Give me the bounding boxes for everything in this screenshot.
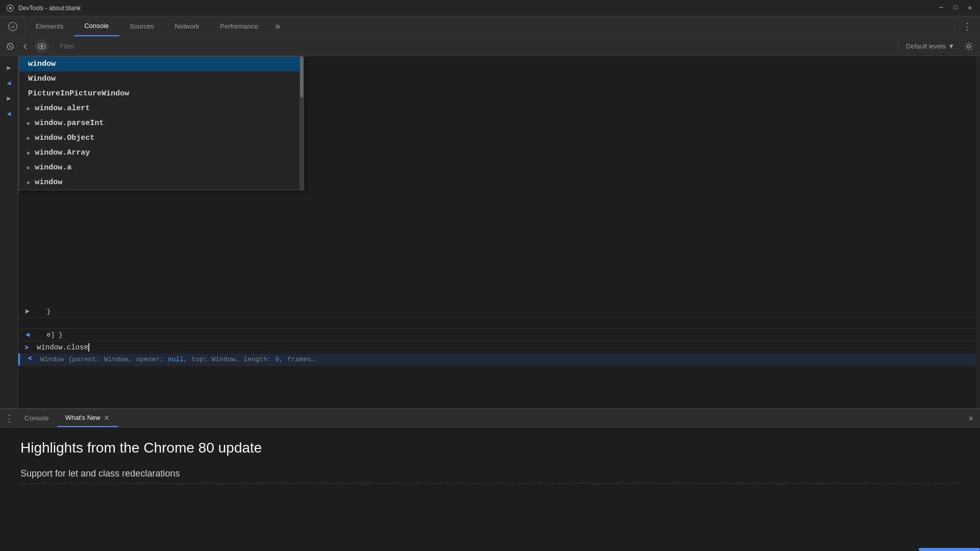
tab-whats-new[interactable]: What's New ✕ [57,409,118,427]
more-tabs-button[interactable]: » [269,16,287,36]
console-line-3-content: e] } [37,330,972,340]
console-line-1-content: } [37,307,972,316]
arrow-7: ▶ [27,165,34,171]
log-levels-dropdown[interactable]: Default levels ▼ [902,42,959,50]
bottom-panel: ⋮ Console What's New ✕ ✕ Highlights from… [0,408,980,551]
console-line-3: ◀ e] } [18,329,976,341]
null-value: null [168,356,184,363]
tab-console[interactable]: Console [74,16,119,36]
output-line: Window {parent: Window, opener: null, to… [18,354,976,366]
tab-close-button[interactable]: ✕ [104,414,110,422]
console-toolbar: Default levels ▼ [0,37,980,56]
input-prompt [18,344,37,351]
autocomplete-item-5[interactable]: ▶ window.Object [19,131,304,145]
gutter-arrow-right: ▶ [18,307,37,315]
whats-new-section: Support for let and class redeclarations [20,468,960,484]
window-title: DevTools - about:blank [18,5,81,12]
maximize-button[interactable]: □ [951,4,960,12]
autocomplete-item-6[interactable]: ▶ window.Array [19,145,304,160]
output-text-2: , top: Window, length: [184,356,275,363]
console-output: window Window PictureInPictureWindow ▶ w… [18,56,976,408]
tab-console-bottom[interactable]: Console [16,409,57,427]
svg-point-6 [41,45,43,47]
autocomplete-item-8[interactable]: ▶ window [19,175,304,190]
tab-elements[interactable]: Elements [26,16,74,36]
main-scrollbar[interactable] [976,56,980,408]
autocomplete-item-2[interactable]: PictureInPictureWindow [19,86,304,101]
gutter-arrow-left: ◀ [18,330,37,339]
autocomplete-dropdown[interactable]: window Window PictureInPictureWindow ▶ w… [18,56,304,190]
close-window-button[interactable]: ✕ [966,4,974,12]
output-text-3: , frames… [279,356,315,363]
whats-new-content: Highlights from the Chrome 80 update Sup… [0,428,980,551]
settings-button[interactable]: ⋮ [954,21,980,32]
output-text: Window {parent: Window, opener: [40,356,168,363]
autocomplete-scrollbar[interactable] [300,57,304,190]
arrow-6: ▶ [27,150,34,156]
bottom-tab-menu-button[interactable]: ⋮ [2,411,16,425]
nav-arrow-left-2[interactable]: ◀ [3,107,16,120]
arrow-5: ▶ [27,135,34,141]
console-input-line[interactable]: window.close [18,341,976,354]
nav-arrow-right-mid[interactable]: ▶ [3,92,16,105]
close-bottom-panel-button[interactable]: ✕ [964,411,978,425]
tab-sources[interactable]: Sources [119,16,165,36]
svg-point-7 [967,45,970,48]
arrow-4: ▶ [27,120,34,127]
svg-line-4 [9,45,12,48]
autocomplete-item-1[interactable]: Window [19,71,304,86]
minimize-button[interactable]: ─ [937,4,945,12]
svg-point-1 [9,7,12,9]
console-line-2-content [37,319,972,321]
arrow-3: ▶ [27,106,34,112]
autocomplete-scroll-thumb [300,57,303,97]
cursor [88,343,89,352]
tab-network[interactable]: Network [165,16,210,36]
arrow-8: ▶ [27,180,34,186]
dropdown-icon: ▼ [948,42,954,50]
nav-arrow-left-1[interactable]: ◀ [3,77,16,90]
console-nav-left[interactable] [19,40,32,53]
console-settings-button[interactable] [962,39,976,54]
main-area: ▶ ◀ ▶ ◀ window Window PictureInPictureWi… [0,56,980,408]
bottom-scroll-indicator [919,548,980,551]
filter-input[interactable] [56,42,895,50]
left-nav: ▶ ◀ ▶ ◀ [0,56,18,408]
devtools-header: Elements Console Sources Network Perform… [0,16,980,37]
autocomplete-item-4[interactable]: ▶ window.parseInt [19,116,304,131]
devtools-tabs: Elements Console Sources Network Perform… [26,16,954,36]
nav-arrow-right-top[interactable]: ▶ [3,61,16,74]
default-levels-label: Default levels [906,42,946,50]
whats-new-title: Highlights from the Chrome 80 update [20,440,960,456]
svg-point-2 [8,22,17,31]
output-gutter [20,355,38,362]
toolbar-divider [52,40,53,53]
autocomplete-item-7[interactable]: ▶ window.a [19,160,304,175]
show-live-expressions-button[interactable] [35,39,49,54]
console-line-1: ▶ } [18,306,976,318]
toolbar-divider-2 [898,40,899,53]
console-line-2 [18,318,976,329]
devtools-icon [6,4,14,12]
autocomplete-item-3[interactable]: ▶ window.alert [19,101,304,116]
bottom-tabs-bar: ⋮ Console What's New ✕ ✕ [0,409,980,428]
clear-console-button[interactable] [4,40,16,53]
output-content: Window {parent: Window, opener: null, to… [38,355,972,364]
length-value: 0 [275,356,279,363]
autocomplete-item-0[interactable]: window [19,57,304,71]
tab-performance[interactable]: Performance [210,16,268,36]
window-controls: ─ □ ✕ [937,4,974,12]
title-bar: DevTools - about:blank ─ □ ✕ [0,0,980,16]
devtools-logo [0,16,26,37]
console-input-text[interactable]: window.close [37,343,976,352]
